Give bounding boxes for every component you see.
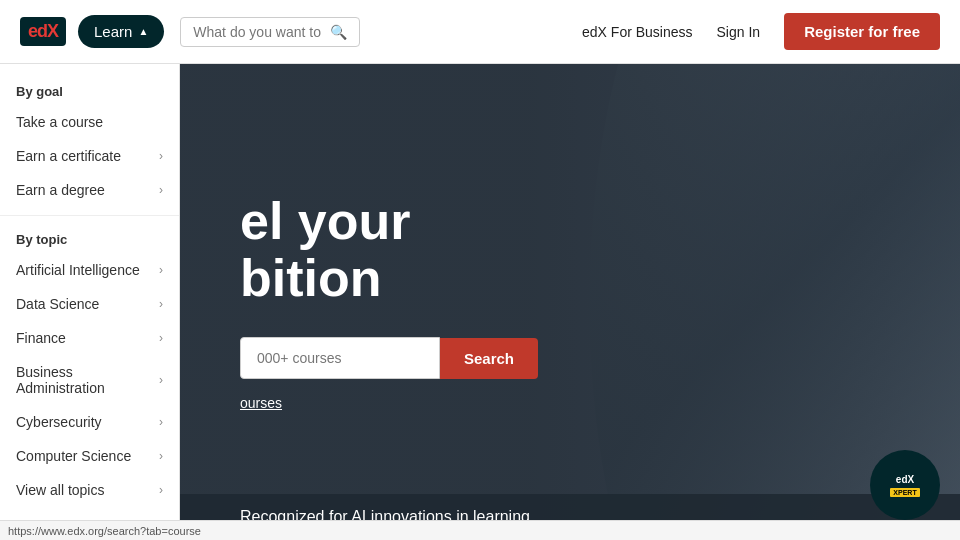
xpert-badge[interactable]: edX XPERT <box>870 450 940 520</box>
topic-computer-science[interactable]: Computer Science › <box>0 439 179 473</box>
topic-business-admin[interactable]: Business Administration › <box>0 355 179 405</box>
main-header: edX Learn ▲ 🔍 edX For Business Sign In R… <box>0 0 960 64</box>
logo[interactable]: edX <box>20 17 66 46</box>
topic-ai-label: Artificial Intelligence <box>16 262 140 278</box>
chevron-right-icon: › <box>159 183 163 197</box>
topic-ai[interactable]: Artificial Intelligence › <box>0 253 179 287</box>
logo-box: edX <box>20 17 66 46</box>
search-bar: 🔍 <box>180 17 360 47</box>
hero-search-input[interactable] <box>240 337 440 379</box>
xpert-logo: edX <box>893 473 917 486</box>
take-course-label: Take a course <box>16 114 103 130</box>
logo-text: ed <box>28 21 47 41</box>
chevron-down-icon: ▲ <box>138 26 148 37</box>
learn-dropdown-menu: By goal Take a course Earn a certificate… <box>0 64 180 540</box>
earn-certificate-label: Earn a certificate <box>16 148 121 164</box>
chevron-right-icon: › <box>159 483 163 497</box>
sign-in-link[interactable]: Sign In <box>717 24 761 40</box>
hero-section: el your bition Search ourses Recognized … <box>180 64 960 540</box>
search-input[interactable] <box>193 24 322 40</box>
by-goal-title: By goal <box>0 76 179 105</box>
topic-cybersecurity-label: Cybersecurity <box>16 414 102 430</box>
hero-search-button[interactable]: Search <box>440 338 538 379</box>
topic-finance-label: Finance <box>16 330 66 346</box>
hero-title: el your bition <box>240 193 900 307</box>
status-bar: https://www.edx.org/search?tab=course <box>0 520 960 540</box>
by-topic-title: By topic <box>0 224 179 253</box>
edx-business-link[interactable]: edX For Business <box>582 24 693 40</box>
earn-degree-item[interactable]: Earn a degree › <box>0 173 179 207</box>
earn-degree-label: Earn a degree <box>16 182 105 198</box>
topic-data-science[interactable]: Data Science › <box>0 287 179 321</box>
logo-x: X <box>47 21 58 41</box>
topic-cybersecurity[interactable]: Cybersecurity › <box>0 405 179 439</box>
learn-button[interactable]: Learn ▲ <box>78 15 164 48</box>
earn-certificate-item[interactable]: Earn a certificate › <box>0 139 179 173</box>
header-right: edX For Business Sign In Register for fr… <box>582 13 940 50</box>
learn-label: Learn <box>94 23 132 40</box>
xpert-label: XPERT <box>890 488 919 497</box>
register-button[interactable]: Register for free <box>784 13 940 50</box>
xpert-badge-inner: edX XPERT <box>890 473 919 497</box>
topic-computer-science-label: Computer Science <box>16 448 131 464</box>
chevron-right-icon: › <box>159 415 163 429</box>
view-all-topics-label: View all topics <box>16 482 104 498</box>
chevron-right-icon: › <box>159 331 163 345</box>
search-icon: 🔍 <box>330 24 347 40</box>
topic-business-admin-label: Business Administration <box>16 364 159 396</box>
take-course-item[interactable]: Take a course <box>0 105 179 139</box>
hero-title-line1: el your <box>240 192 411 250</box>
hero-link[interactable]: ourses <box>240 395 900 411</box>
chevron-right-icon: › <box>159 373 163 387</box>
menu-divider <box>0 215 179 216</box>
topic-finance[interactable]: Finance › <box>0 321 179 355</box>
view-all-topics-item[interactable]: View all topics › <box>0 473 179 507</box>
status-url: https://www.edx.org/search?tab=course <box>8 525 201 537</box>
chevron-right-icon: › <box>159 263 163 277</box>
chevron-right-icon: › <box>159 449 163 463</box>
chevron-right-icon: › <box>159 297 163 311</box>
hero-search-area: Search <box>240 337 900 379</box>
hero-title-line2: bition <box>240 249 382 307</box>
chevron-right-icon: › <box>159 149 163 163</box>
hero-content: el your bition Search ourses <box>180 64 960 540</box>
topic-data-science-label: Data Science <box>16 296 99 312</box>
